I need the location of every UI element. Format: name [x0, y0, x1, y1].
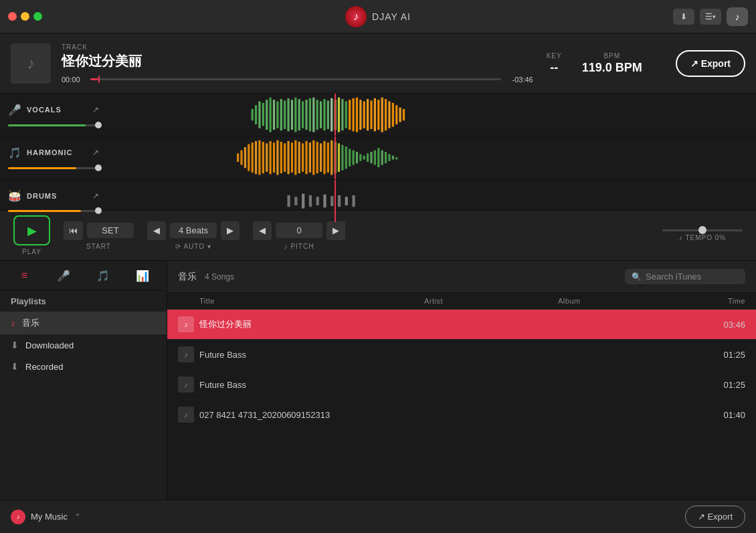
- svg-rect-65: [316, 142, 318, 173]
- progress-marker: [98, 76, 100, 83]
- vocals-name: VOCALS: [27, 106, 87, 114]
- drums-isolate-icon[interactable]: ↗: [92, 191, 99, 201]
- tab-note-icon[interactable]: 🎵: [84, 265, 122, 286]
- svg-rect-6: [273, 100, 275, 130]
- vocals-slider-fill: [8, 124, 86, 126]
- harmonic-isolate-icon[interactable]: ↗: [92, 148, 99, 157]
- start-group: ⏮ SET START: [64, 221, 134, 250]
- search-input[interactable]: [646, 272, 739, 282]
- track-info: TRACK 怪你过分美丽 00:00 -03:46: [62, 43, 533, 84]
- row-time-2: 01:25: [692, 380, 745, 390]
- beats-left-button[interactable]: ◀: [147, 221, 166, 240]
- drums-name: DRUMS: [27, 192, 87, 200]
- maximize-button[interactable]: [33, 12, 42, 21]
- drums-icon: 🥁: [8, 189, 21, 202]
- bpm-value: 119.0 BPM: [582, 61, 642, 75]
- content-count: 4 Songs: [205, 272, 234, 282]
- play-button[interactable]: ▶: [13, 215, 50, 245]
- svg-rect-53: [273, 142, 275, 173]
- svg-rect-5: [270, 98, 272, 132]
- svg-rect-8: [280, 99, 282, 130]
- svg-rect-62: [305, 141, 307, 174]
- svg-rect-31: [363, 102, 365, 128]
- svg-rect-46: [248, 144, 250, 171]
- harmonic-volume-slider[interactable]: [8, 167, 99, 169]
- row-icon-1: ♪: [178, 346, 194, 362]
- svg-rect-22: [330, 98, 333, 131]
- menu-button[interactable]: ☰ ▾: [700, 9, 721, 25]
- tab-mic-icon[interactable]: 🎤: [45, 265, 83, 286]
- itunes-icon: ♪: [735, 11, 740, 22]
- bottom-export-button[interactable]: ↗ Export: [685, 506, 745, 528]
- track-artwork: ♪: [11, 43, 51, 84]
- progress-bar[interactable]: [90, 78, 501, 80]
- music-item-label: 音乐: [22, 317, 39, 329]
- app-title-area: ♪ DJAY AI: [345, 6, 411, 27]
- svg-rect-75: [352, 150, 354, 165]
- table-row[interactable]: ♪ 027 8421 4731_20200609152313 01:40: [167, 400, 756, 430]
- drums-controls: 🥁 DRUMS ↗: [0, 187, 107, 215]
- vocals-isolate-icon[interactable]: ↗: [92, 105, 99, 114]
- my-music-label[interactable]: My Music: [31, 512, 68, 522]
- table-row[interactable]: ♪ 怪你过分美丽 03:46: [167, 310, 756, 340]
- svg-rect-26: [345, 102, 347, 128]
- svg-rect-0: [252, 109, 254, 120]
- music-note-icon: ♪: [27, 54, 35, 73]
- svg-rect-73: [345, 146, 347, 169]
- harmonic-slider-thumb: [95, 165, 102, 171]
- svg-rect-76: [356, 152, 358, 163]
- download-button[interactable]: ⬇: [673, 9, 694, 25]
- drums-volume-slider[interactable]: [8, 210, 99, 212]
- tab-playlist-icon[interactable]: ≡: [5, 265, 43, 286]
- row-icon-3: ♪: [178, 407, 194, 423]
- note-tab-icon: 🎵: [96, 270, 110, 282]
- mic-tab-icon: 🎤: [57, 270, 70, 282]
- sidebar-item-recorded[interactable]: ⬇ Recorded: [0, 356, 167, 377]
- svg-rect-71: [338, 144, 340, 173]
- vocals-volume-slider[interactable]: [8, 124, 99, 126]
- row-title-0: 怪你过分美丽: [199, 318, 424, 330]
- svg-rect-90: [302, 193, 304, 208]
- svg-rect-59: [294, 140, 296, 175]
- svg-rect-51: [266, 144, 268, 173]
- beats-group: ◀ 4 Beats ▶ ⟳ AUTO ▾: [147, 221, 240, 250]
- svg-rect-94: [330, 196, 333, 206]
- itunes-button[interactable]: ♪: [727, 7, 748, 26]
- start-label: START: [86, 243, 111, 250]
- svg-rect-4: [266, 100, 268, 130]
- search-box[interactable]: 🔍: [625, 269, 745, 284]
- chart-tab-icon: 📊: [136, 270, 149, 282]
- pitch-right-button[interactable]: ▶: [326, 221, 345, 240]
- tab-chart-icon[interactable]: 📊: [123, 265, 161, 286]
- time-end: -03:46: [506, 76, 533, 84]
- beats-right-button[interactable]: ▶: [221, 221, 240, 240]
- table-row[interactable]: ♪ Future Bass 01:25: [167, 370, 756, 400]
- row-time-3: 01:40: [692, 410, 745, 420]
- pitch-left-icon: ◀: [259, 225, 266, 235]
- sidebar-tabs: ≡ 🎤 🎵 📊: [0, 261, 167, 291]
- svg-rect-88: [287, 195, 290, 207]
- svg-rect-79: [367, 154, 369, 163]
- beats-auto-label[interactable]: ⟳ AUTO ▾: [175, 243, 211, 250]
- harmonic-stem-row: 🎵 HARMONIC ↗: [0, 136, 756, 179]
- svg-rect-9: [284, 100, 286, 129]
- drums-waveform-svg: [107, 180, 756, 222]
- row-icon-2: ♪: [178, 377, 194, 393]
- svg-rect-19: [320, 102, 322, 128]
- close-button[interactable]: [8, 12, 17, 21]
- sidebar-item-downloaded[interactable]: ⬇ Downloaded: [0, 334, 167, 356]
- export-button[interactable]: ↗ Export: [676, 50, 745, 77]
- tempo-slider[interactable]: [662, 229, 743, 231]
- sidebar-item-music[interactable]: ♪ 音乐: [0, 312, 167, 334]
- svg-rect-78: [363, 156, 365, 160]
- svg-rect-49: [258, 140, 260, 175]
- svg-rect-67: [323, 141, 325, 174]
- minimize-button[interactable]: [21, 12, 29, 21]
- pitch-left-button[interactable]: ◀: [253, 221, 272, 240]
- bpm-label: BPM: [582, 52, 642, 60]
- drums-slider-fill: [8, 210, 81, 212]
- row-time-1: 01:25: [692, 350, 745, 360]
- table-row[interactable]: ♪ Future Bass 01:25: [167, 340, 756, 370]
- track-name: 怪你过分美丽: [62, 52, 533, 70]
- start-back-button[interactable]: ⏮: [64, 221, 83, 240]
